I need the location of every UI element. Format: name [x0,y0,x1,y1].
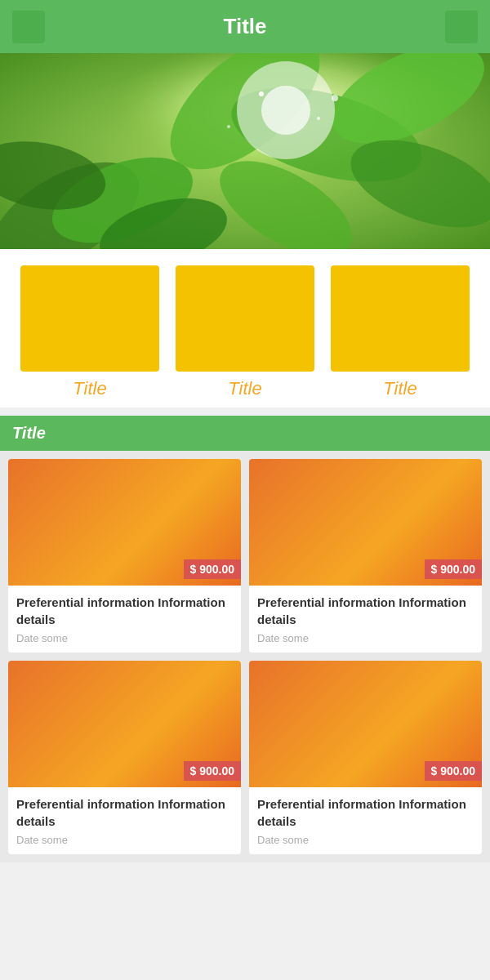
card-date-4: Date some [257,834,474,846]
card-3[interactable]: $ 900.00 Preferential information Inform… [8,661,241,854]
card-body-1: Preferential information Information det… [8,586,241,653]
hero-image [0,53,490,249]
settings-icon[interactable] [445,11,478,43]
card-title-4: Preferential information Information det… [257,795,474,830]
card-title-2: Preferential information Information det… [257,594,474,628]
card-image-2: $ 900.00 [249,459,482,586]
card-date-2: Date some [257,632,474,644]
thumbnail-item-2[interactable]: Title [176,265,314,399]
cards-grid: $ 900.00 Preferential information Inform… [0,451,490,862]
card-date-1: Date some [16,632,233,644]
thumbnail-image-2 [176,265,314,372]
menu-icon[interactable] [12,11,45,43]
thumbnail-image-1 [20,265,159,372]
card-price-2: $ 900.00 [425,559,483,579]
card-date-3: Date some [16,834,233,846]
card-body-2: Preferential information Information det… [249,586,482,653]
card-price-1: $ 900.00 [184,559,242,579]
card-4[interactable]: $ 900.00 Preferential information Inform… [249,661,482,854]
thumbnail-item-3[interactable]: Title [331,265,470,399]
thumbnail-label-3: Title [383,378,416,399]
card-price-4: $ 900.00 [425,761,483,781]
card-1[interactable]: $ 900.00 Preferential information Inform… [8,459,241,653]
thumbnail-row: Title Title Title [0,249,490,408]
card-body-3: Preferential information Information det… [8,787,241,854]
thumbnail-label-2: Title [228,378,261,399]
card-image-4: $ 900.00 [249,661,482,787]
thumbnail-item-1[interactable]: Title [20,265,159,399]
section-header: Title [0,416,490,451]
card-title-3: Preferential information Information det… [16,795,233,830]
card-image-3: $ 900.00 [8,661,241,787]
app-header: Title [0,0,490,53]
card-title-1: Preferential information Information det… [16,594,233,628]
section-title: Title [12,424,46,442]
card-2[interactable]: $ 900.00 Preferential information Inform… [249,459,482,653]
svg-point-14 [317,117,320,120]
hero-svg [0,53,490,249]
svg-point-15 [332,95,338,101]
card-image-1: $ 900.00 [8,459,241,586]
card-body-4: Preferential information Information det… [249,787,482,854]
svg-point-16 [227,125,230,128]
thumbnail-image-3 [331,265,470,372]
thumbnail-label-1: Title [73,378,106,399]
svg-point-13 [259,91,264,96]
svg-point-12 [261,86,310,135]
card-price-3: $ 900.00 [184,761,242,781]
header-title: Title [224,14,267,39]
